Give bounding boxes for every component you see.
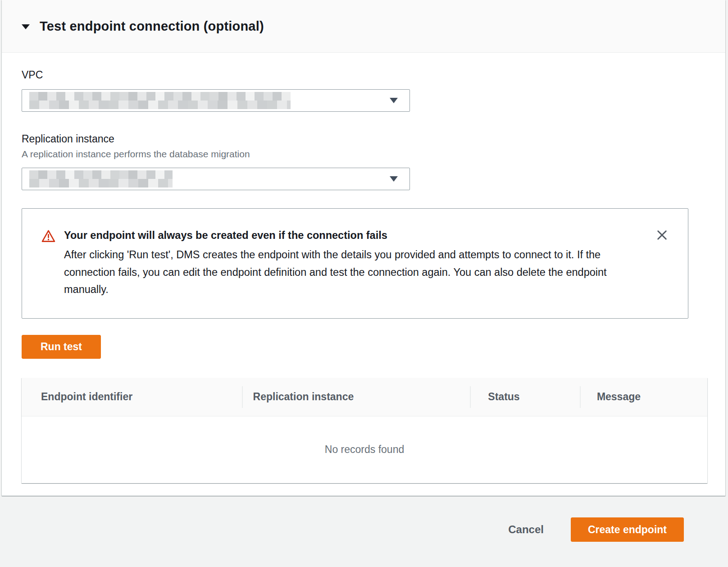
replication-instance-redacted-value xyxy=(29,170,173,187)
chevron-down-icon xyxy=(390,98,398,103)
panel-title: Test endpoint connection (optional) xyxy=(40,19,264,34)
column-header-status: Status xyxy=(470,378,580,416)
column-header-replication-instance: Replication instance xyxy=(242,378,470,416)
alert-dismiss-button[interactable] xyxy=(655,228,669,242)
warning-alert: Your endpoint will always be created eve… xyxy=(22,208,688,319)
panel-body: VPC Replication instance A replication i… xyxy=(2,53,725,483)
alert-title: Your endpoint will always be created eve… xyxy=(64,229,647,242)
vpc-select[interactable] xyxy=(22,89,410,112)
replication-instance-label: Replication instance xyxy=(22,133,705,145)
column-header-message: Message xyxy=(580,378,707,416)
column-header-endpoint-identifier: Endpoint identifier xyxy=(22,378,242,416)
panel-header[interactable]: Test endpoint connection (optional) xyxy=(2,0,725,53)
warning-icon xyxy=(41,229,64,298)
vpc-redacted-value xyxy=(29,92,291,109)
connection-results-table: Endpoint identifier Replication instance… xyxy=(22,378,707,483)
create-endpoint-button[interactable]: Create endpoint xyxy=(571,517,684,542)
footer-actions: Cancel Create endpoint xyxy=(508,517,684,542)
cancel-button[interactable]: Cancel xyxy=(508,523,544,536)
test-endpoint-connection-panel: Test endpoint connection (optional) VPC … xyxy=(2,0,725,496)
collapse-triangle-icon[interactable] xyxy=(22,24,30,29)
vpc-label: VPC xyxy=(22,53,705,81)
alert-text: Your endpoint will always be created eve… xyxy=(64,229,647,298)
alert-body: After clicking 'Run test', DMS creates t… xyxy=(64,246,647,298)
empty-state-message: No records found xyxy=(22,416,707,483)
table-header-row: Endpoint identifier Replication instance… xyxy=(22,378,707,416)
replication-instance-description: A replication instance performs the data… xyxy=(22,149,705,160)
close-icon xyxy=(656,229,668,241)
replication-instance-select[interactable] xyxy=(22,168,410,190)
chevron-down-icon xyxy=(390,176,398,182)
run-test-button[interactable]: Run test xyxy=(22,335,101,359)
